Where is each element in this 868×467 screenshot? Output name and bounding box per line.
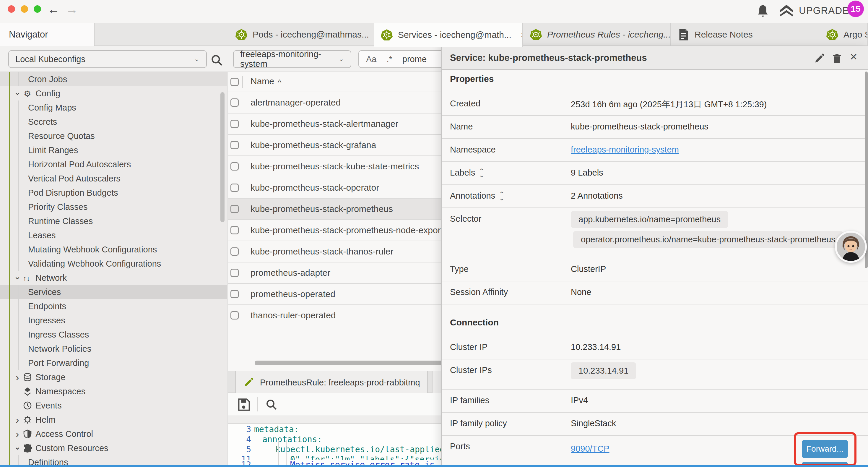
field-value-cluster-ip: 10.233.14.91: [571, 342, 621, 352]
sidebar-item-pod-disruption-budgets[interactable]: Pod Disruption Budgets: [0, 185, 227, 200]
sidebar-item-storage[interactable]: ›Storage: [0, 370, 227, 384]
sidebar-item-namespaces[interactable]: Namespaces: [0, 384, 227, 399]
upgrade-button[interactable]: UPGRADE: [779, 3, 849, 18]
sidebar-scrollbar-thumb[interactable]: [220, 92, 224, 222]
save-icon[interactable]: [236, 397, 251, 412]
tab-argo-se[interactable]: Argo Se: [820, 23, 868, 46]
search-query-text: prome: [402, 54, 427, 64]
tab-prometheus-rules-icecheng[interactable]: Prometheus Rules - icecheng...: [524, 23, 671, 46]
sidebar-item-leases[interactable]: Leases: [0, 228, 227, 242]
chevron-right-icon[interactable]: ›: [13, 414, 21, 426]
indent-guide: [18, 171, 19, 185]
sidebar-item-label: Pod Disruption Budgets: [28, 188, 118, 198]
sort-updown-icon[interactable]: ⌃⌃: [499, 192, 505, 200]
tab-services-icecheng-math[interactable]: Services - icecheng@math...×: [374, 23, 523, 47]
service-name-cell: prometheus-adapter: [251, 268, 330, 278]
sidebar-item-endpoints[interactable]: Endpoints: [0, 299, 227, 313]
row-checkbox[interactable]: [230, 269, 239, 277]
field-label-namespace: Namespace: [450, 145, 496, 154]
drawer-scrollbar-thumb[interactable]: [865, 71, 868, 268]
sidebar-item-services[interactable]: Services: [0, 285, 227, 299]
edit-pencil-icon[interactable]: [814, 53, 825, 64]
row-checkbox[interactable]: [230, 311, 239, 320]
chevron-right-icon[interactable]: ›: [13, 428, 21, 440]
row-checkbox[interactable]: [230, 183, 239, 192]
minimize-window-button[interactable]: [21, 5, 28, 13]
namespace-link[interactable]: freeleaps-monitoring-system: [571, 145, 679, 154]
regex-toggle[interactable]: .*: [386, 54, 392, 64]
drawer-header: Service: kube-prometheus-stack-prometheu…: [442, 46, 868, 70]
chevron-right-icon[interactable]: ›: [13, 372, 21, 383]
row-checkbox[interactable]: [230, 162, 239, 171]
row-checkbox[interactable]: [230, 205, 239, 213]
field-label-ip-family-policy: IP family policy: [450, 418, 507, 428]
zoom-window-button[interactable]: [34, 5, 41, 13]
select-all-checkbox[interactable]: [230, 78, 239, 86]
forward-arrow-button[interactable]: →: [66, 2, 78, 17]
row-checkbox[interactable]: [230, 120, 239, 128]
sidebar-item-ingress-classes[interactable]: Ingress Classes: [0, 327, 227, 342]
sidebar-item-network[interactable]: ⌄↑↓Network: [0, 271, 227, 285]
helm-icon: [23, 415, 32, 424]
editor-search-icon[interactable]: [265, 399, 278, 411]
sidebar-item-cron-jobs[interactable]: Cron Jobs: [0, 72, 227, 86]
row-checkbox[interactable]: [230, 247, 239, 256]
sort-updown-icon[interactable]: ⌃⌃: [478, 169, 485, 177]
user-avatar[interactable]: [835, 231, 867, 263]
row-checkbox[interactable]: [230, 141, 239, 149]
sidebar-item-priority-classes[interactable]: Priority Classes: [0, 200, 227, 214]
sidebar-item-config-maps[interactable]: Config Maps: [0, 100, 227, 115]
row-checkbox[interactable]: [230, 290, 239, 298]
sidebar-item-secrets[interactable]: Secrets: [0, 115, 227, 129]
sidebar-search-icon[interactable]: [210, 54, 223, 67]
sidebar-item-label: Ingresses: [28, 316, 65, 325]
puzzle-icon: [23, 444, 32, 453]
chevron-down-icon[interactable]: ⌄: [13, 271, 21, 282]
sidebar-item-mutating-webhook-configurations[interactable]: Mutating Webhook Configurations: [0, 242, 227, 257]
sidebar-item-helm[interactable]: ›Helm: [0, 413, 227, 427]
line-number: 4: [228, 435, 251, 444]
namespace-selector[interactable]: freeleaps-monitoring-system ⌄: [233, 50, 351, 68]
sidebar-item-access-control[interactable]: ›Access Control: [0, 427, 227, 441]
service-name-cell: kube-prometheus-stack-thanos-ruler: [251, 246, 394, 257]
field-value-name: kube-prometheus-stack-prometheus: [571, 122, 709, 132]
notifications-bell-icon[interactable]: [756, 4, 769, 18]
field-label-selector: Selector: [450, 214, 481, 224]
sidebar-item-limit-ranges[interactable]: Limit Ranges: [0, 143, 227, 157]
sidebar-item-validating-webhook-configurations[interactable]: Validating Webhook Configurations: [0, 257, 227, 271]
sidebar-item-label: Horizontal Pod Autoscalers: [28, 159, 131, 169]
back-arrow-button[interactable]: ←: [47, 2, 60, 17]
close-window-button[interactable]: [8, 5, 15, 13]
trash-icon[interactable]: [832, 53, 842, 64]
name-column-header[interactable]: Name: [251, 76, 274, 86]
prometheusrule-editor-tab[interactable]: PrometheusRule: freeleaps-prod-rabbitmq: [235, 371, 428, 394]
sidebar-item-label: Config: [35, 89, 60, 98]
sidebar-item-horizontal-pod-autoscalers[interactable]: Horizontal Pod Autoscalers: [0, 157, 227, 171]
sort-ascending-icon[interactable]: ^: [278, 78, 281, 87]
row-checkbox[interactable]: [230, 98, 239, 107]
port-forward-link[interactable]: 9090/TCP: [571, 444, 610, 454]
close-icon[interactable]: ×: [850, 50, 857, 64]
tab-release-notes[interactable]: Release Notes: [672, 23, 819, 46]
sidebar-item-network-policies[interactable]: Network Policies: [0, 342, 227, 356]
chevron-down-icon[interactable]: ⌄: [13, 442, 21, 451]
notification-count-badge[interactable]: 15: [847, 1, 864, 17]
row-checkbox[interactable]: [230, 226, 239, 234]
sidebar-item-runtime-classes[interactable]: Runtime Classes: [0, 214, 227, 228]
match-case-toggle[interactable]: Aa: [366, 54, 376, 64]
field-value-namespace[interactable]: freeleaps-monitoring-system: [571, 145, 679, 154]
sidebar-item-vertical-pod-autoscalers[interactable]: Vertical Pod Autoscalers: [0, 171, 227, 185]
sidebar-item-custom-resources[interactable]: ⌄Custom Resources: [0, 441, 227, 455]
tab-pods-icecheng-mathmas[interactable]: Pods - icecheng@mathmas...: [229, 23, 374, 46]
sidebar-item-resource-quotas[interactable]: Resource Quotas: [0, 129, 227, 143]
chevron-down-icon[interactable]: ⌄: [13, 87, 21, 97]
sidebar-item-events[interactable]: Events: [0, 399, 227, 413]
sidebar-item-port-forwarding[interactable]: Port Forwarding: [0, 356, 227, 370]
sidebar-item-config[interactable]: ⌄⚙Config: [0, 86, 227, 100]
code-indent-guide: [278, 440, 279, 467]
sidebar-item-ingresses[interactable]: Ingresses: [0, 313, 227, 327]
tab-close-icon[interactable]: ×: [521, 30, 523, 40]
navigator-panel-tab[interactable]: Navigator: [0, 23, 95, 46]
kubeconfig-selector[interactable]: Local Kubeconfigs ⌄: [8, 50, 207, 68]
indent-guide: [18, 228, 19, 242]
